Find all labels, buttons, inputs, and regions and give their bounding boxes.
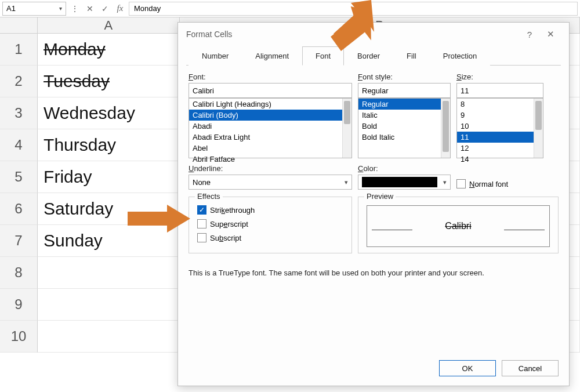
underline-select[interactable]: None ▾ — [188, 175, 352, 190]
name-box-value: A1 — [6, 4, 16, 13]
list-item[interactable]: Italic — [358, 110, 450, 121]
row-header[interactable]: 8 — [0, 257, 38, 289]
cell[interactable]: Wednesday — [38, 97, 180, 129]
cell[interactable]: Tuesday — [38, 66, 180, 97]
list-item[interactable]: Abadi — [189, 121, 351, 132]
chevron-down-icon[interactable]: ▾ — [59, 5, 62, 12]
list-item[interactable]: 11 — [457, 132, 543, 143]
list-item[interactable]: 10 — [457, 121, 543, 132]
color-swatch — [362, 177, 437, 187]
cancel-formula-icon[interactable]: ✕ — [84, 2, 96, 15]
confirm-formula-icon[interactable]: ✓ — [99, 2, 111, 15]
cell[interactable]: Friday — [38, 161, 180, 193]
row-header[interactable]: 9 — [0, 289, 38, 321]
font-listbox[interactable]: Calibri Light (Headings)Calibri (Body)Ab… — [188, 98, 352, 158]
effects-title: Effects — [195, 192, 223, 201]
color-label: Color: — [358, 164, 451, 173]
tab-alignment[interactable]: Alignment — [242, 46, 302, 66]
font-style-listbox[interactable]: RegularItalicBoldBold Italic — [358, 98, 451, 158]
list-item[interactable]: Regular — [358, 99, 450, 110]
formula-value: Monday — [134, 4, 161, 13]
tab-fill[interactable]: Fill — [393, 46, 430, 66]
list-item[interactable]: Calibri Light (Headings) — [189, 99, 351, 110]
font-input[interactable]: Calibri — [188, 83, 352, 98]
name-box[interactable]: A1 ▾ — [2, 2, 66, 16]
list-item[interactable]: Calibri (Body) — [189, 110, 351, 121]
scrollbar[interactable] — [441, 99, 450, 158]
checkbox-icon — [197, 219, 206, 228]
row-header[interactable]: 7 — [0, 225, 38, 257]
font-style-label: Font style: — [358, 72, 451, 81]
font-label: Font: — [188, 72, 352, 81]
size-label: Size: — [456, 72, 543, 81]
row-header[interactable]: 1 — [0, 34, 38, 66]
checkbox-icon — [197, 233, 206, 242]
ok-button[interactable]: OK — [439, 360, 496, 376]
preview-box: Calibri — [367, 205, 550, 247]
strikethrough-checkbox[interactable]: ✓ Strikethrough — [197, 205, 343, 215]
fx-icon[interactable]: fx — [114, 2, 126, 15]
tab-number[interactable]: Number — [188, 46, 242, 66]
list-item[interactable]: 8 — [457, 99, 543, 110]
help-icon[interactable]: ? — [519, 30, 540, 39]
formula-bar: A1 ▾ ⋮ ✕ ✓ fx Monday — [0, 0, 580, 17]
cell[interactable] — [38, 257, 180, 289]
list-item[interactable]: Bold Italic — [358, 132, 450, 143]
cell[interactable] — [38, 321, 180, 353]
normal-font-checkbox[interactable]: Normal font — [456, 179, 508, 188]
effects-group: Effects ✓ Strikethrough Superscript Subs… — [188, 197, 352, 253]
row-header[interactable]: 4 — [0, 129, 38, 161]
column-header[interactable]: A — [38, 17, 180, 34]
row-header[interactable]: 5 — [0, 161, 38, 193]
arrow-annotation-icon — [128, 205, 191, 234]
close-icon[interactable]: ✕ — [540, 29, 561, 39]
list-item[interactable]: Bold — [358, 121, 450, 132]
row-header[interactable]: 2 — [0, 66, 38, 97]
subscript-checkbox[interactable]: Subscript — [197, 233, 343, 242]
superscript-checkbox[interactable]: Superscript — [197, 219, 343, 228]
cell[interactable] — [38, 289, 180, 321]
row-header[interactable]: 3 — [0, 97, 38, 129]
font-style-input[interactable]: Regular — [358, 83, 451, 98]
row-header[interactable]: 10 — [0, 321, 38, 353]
arrow-annotation-icon — [313, 0, 377, 58]
font-panel: Font: Calibri Calibri Light (Headings)Ca… — [178, 66, 569, 353]
svg-marker-3 — [128, 205, 190, 233]
checkbox-icon — [456, 179, 466, 188]
cancel-button[interactable]: Cancel — [502, 360, 559, 376]
chevron-down-icon: ▾ — [345, 179, 348, 186]
preview-text: Calibri — [445, 221, 471, 231]
list-item[interactable]: 14 — [457, 154, 543, 165]
row-header[interactable]: 6 — [0, 193, 38, 225]
chevron-down-icon: ▾ — [443, 179, 447, 186]
checkbox-checked-icon: ✓ — [197, 205, 206, 215]
list-item[interactable]: Abadi Extra Light — [189, 132, 351, 143]
vertical-divider-icon: ⋮ — [68, 2, 81, 15]
list-item[interactable]: 9 — [457, 110, 543, 121]
list-item[interactable]: Abril Fatface — [189, 154, 351, 165]
scrollbar[interactable] — [534, 99, 543, 158]
preview-group: Preview Calibri — [358, 197, 559, 253]
dialog-buttons: OK Cancel — [178, 353, 569, 386]
scrollbar[interactable] — [342, 99, 351, 158]
tab-protection[interactable]: Protection — [430, 46, 491, 66]
format-cells-dialog: Format Cells ? ✕ NumberAlignmentFontBord… — [177, 22, 570, 386]
list-item[interactable]: Abel — [189, 143, 351, 154]
font-footnote: This is a TrueType font. The same font w… — [188, 268, 559, 277]
color-select[interactable]: ▾ — [358, 175, 451, 190]
cell[interactable]: Monday — [38, 34, 180, 66]
size-listbox[interactable]: 8910111214 — [456, 98, 543, 158]
select-all-corner[interactable] — [0, 17, 38, 34]
size-input[interactable]: 11 — [456, 83, 543, 98]
preview-title: Preview — [364, 192, 396, 201]
cell[interactable]: Thursday — [38, 129, 180, 161]
list-item[interactable]: 12 — [457, 143, 543, 154]
underline-label: Underline: — [188, 164, 352, 173]
